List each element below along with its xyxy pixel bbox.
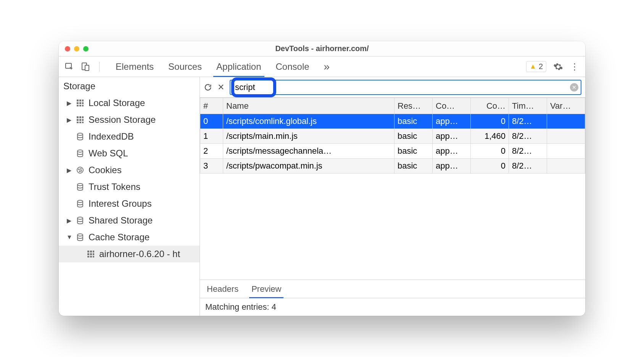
svg-point-29 [77, 200, 83, 203]
sidebar-item[interactable]: ▼ Cache Storage [59, 229, 200, 246]
cell: 0 [471, 159, 509, 174]
status-text: Matching entries: 4 [200, 298, 585, 316]
caret-icon: ▼ [66, 234, 72, 241]
svg-point-22 [77, 150, 83, 152]
cell: basic [394, 129, 433, 144]
settings-icon[interactable] [553, 62, 563, 72]
cell: /scripts/messagechannela… [223, 144, 394, 159]
sidebar-section-header: Storage [59, 77, 200, 95]
column-header[interactable]: Co… [471, 98, 509, 114]
sidebar-item-label: Web SQL [89, 148, 128, 159]
device-toolbar-icon[interactable] [81, 62, 90, 71]
close-window-button[interactable] [65, 46, 70, 51]
sidebar-item[interactable]: ▶ Interest Groups [59, 195, 200, 212]
db-icon [76, 233, 85, 241]
minimize-window-button[interactable] [74, 46, 79, 51]
cell: /scripts/pwacompat.min.js [223, 159, 394, 174]
svg-rect-39 [90, 256, 92, 257]
cell: 1 [200, 129, 223, 144]
separator [99, 62, 100, 72]
cell: app… [433, 159, 471, 174]
caret-icon: ▶ [66, 217, 72, 224]
table-row[interactable]: 3/scripts/pwacompat.min.jsbasicapp…08/2… [200, 159, 585, 174]
svg-rect-2 [85, 65, 89, 71]
cell [547, 144, 585, 159]
detail-tabs: Headers Preview [200, 280, 585, 298]
inspect-element-icon[interactable] [65, 62, 74, 71]
table-row[interactable]: 0/scripts/comlink.global.jsbasicapp…08/2… [200, 114, 585, 129]
filter-bar: ✕ ✕ [200, 77, 585, 98]
svg-rect-15 [77, 119, 79, 121]
db-icon [76, 183, 85, 191]
more-menu-icon[interactable]: ⋮ [570, 61, 579, 72]
sidebar-item[interactable]: ▶ Shared Storage [59, 212, 200, 229]
window-controls [59, 46, 89, 51]
svg-point-26 [79, 171, 80, 172]
grid-icon [76, 116, 85, 124]
cell: 8/2… [509, 114, 547, 129]
sidebar-item[interactable]: ▶ Trust Tokens [59, 178, 200, 195]
column-header[interactable]: Co… [433, 98, 471, 114]
column-header[interactable]: Name [223, 98, 394, 114]
sidebar-item[interactable]: ▶ Session Storage [59, 111, 200, 128]
detail-tab-headers[interactable]: Headers [207, 280, 238, 298]
svg-rect-11 [82, 105, 84, 106]
cell: 1,460 [471, 129, 509, 144]
column-header[interactable]: Var… [547, 98, 585, 114]
svg-rect-37 [93, 253, 94, 255]
cookie-icon [76, 166, 85, 174]
tab-sources[interactable]: Sources [168, 57, 202, 77]
cache-panel: ✕ ✕ #NameRes…Co…Co…Tim…Var… 0/scripts/co… [200, 77, 585, 316]
caret-icon: ▶ [66, 116, 72, 124]
tabs-overflow[interactable]: » [324, 56, 330, 77]
cell: 8/2… [509, 144, 547, 159]
tab-application[interactable]: Application [216, 57, 261, 77]
sidebar-item[interactable]: ▶ Local Storage [59, 95, 200, 111]
column-header[interactable]: Tim… [509, 98, 547, 114]
cell: /scripts/main.min.js [223, 129, 394, 144]
clear-filter-icon[interactable]: ✕ [570, 83, 578, 92]
svg-rect-19 [79, 122, 81, 123]
svg-rect-4 [79, 100, 81, 101]
sidebar-item-label: Cache Storage [89, 232, 150, 243]
cell: 0 [200, 114, 223, 129]
svg-rect-38 [87, 256, 89, 257]
sidebar-item[interactable]: airhorner-0.6.20 - ht [59, 246, 200, 262]
detail-tab-preview[interactable]: Preview [251, 280, 281, 298]
db-icon [76, 133, 85, 140]
grid-icon [76, 99, 85, 107]
filter-input[interactable] [230, 80, 581, 95]
sidebar-item-label: IndexedDB [89, 131, 134, 142]
window-title: DevTools - airhorner.com/ [59, 44, 585, 53]
svg-rect-6 [77, 102, 79, 104]
cell: 2 [200, 144, 223, 159]
clear-icon[interactable]: ✕ [217, 82, 224, 92]
svg-rect-17 [82, 119, 84, 121]
sidebar-item-label: Shared Storage [89, 215, 153, 226]
sidebar-item[interactable]: ▶ Cookies [59, 162, 200, 178]
reload-icon[interactable] [204, 83, 212, 92]
cell: app… [433, 144, 471, 159]
warning-icon: ▲ [530, 63, 536, 71]
tab-console[interactable]: Console [276, 57, 309, 77]
table-row[interactable]: 1/scripts/main.min.jsbasicapp…1,4608/2… [200, 129, 585, 144]
column-header[interactable]: # [200, 98, 223, 114]
svg-rect-20 [82, 122, 84, 123]
devtools-window: DevTools - airhorner.com/ Elements Sourc… [59, 41, 585, 316]
sidebar: Storage ▶ Local Storage▶ Session Storage… [59, 77, 200, 316]
sidebar-item[interactable]: ▶ IndexedDB [59, 128, 200, 145]
cell: 3 [200, 159, 223, 174]
caret-icon: ▶ [66, 167, 72, 174]
column-header[interactable]: Res… [394, 98, 433, 114]
caret-icon: ▶ [66, 100, 72, 107]
table-row[interactable]: 2/scripts/messagechannela…basicapp…08/2… [200, 144, 585, 159]
svg-point-24 [79, 169, 79, 170]
zoom-window-button[interactable] [83, 46, 89, 51]
tab-elements[interactable]: Elements [116, 57, 154, 77]
warnings-badge[interactable]: ▲ 2 [526, 61, 546, 72]
sidebar-item[interactable]: ▶ Web SQL [59, 145, 200, 162]
svg-rect-32 [87, 251, 89, 252]
db-icon [76, 200, 85, 207]
svg-rect-13 [79, 116, 81, 118]
svg-rect-40 [93, 256, 94, 257]
